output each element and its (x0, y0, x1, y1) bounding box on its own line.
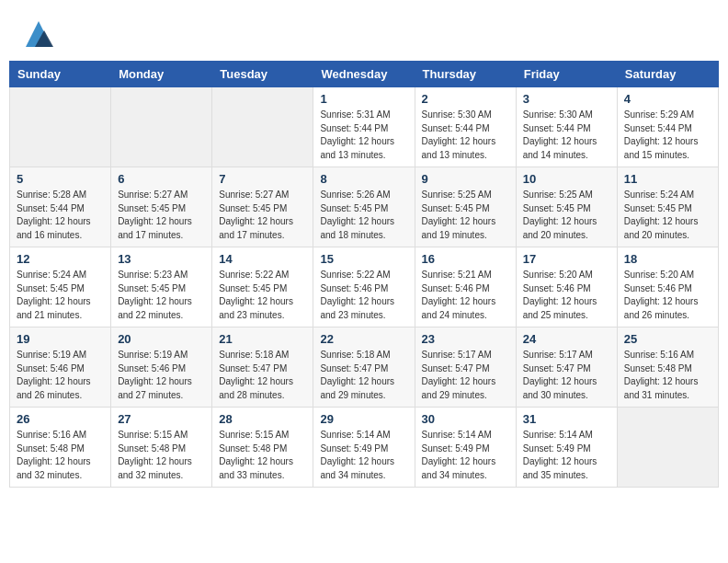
calendar-cell: 20Sunrise: 5:19 AM Sunset: 5:46 PM Dayli… (111, 327, 212, 408)
day-number: 16 (422, 252, 509, 266)
day-info: Sunrise: 5:30 AM Sunset: 5:44 PM Dayligh… (523, 109, 610, 162)
calendar-cell: 3Sunrise: 5:30 AM Sunset: 5:44 PM Daylig… (516, 87, 617, 167)
weekday-header-thursday: Thursday (415, 62, 516, 87)
calendar-cell: 2Sunrise: 5:30 AM Sunset: 5:44 PM Daylig… (415, 87, 516, 167)
day-info: Sunrise: 5:19 AM Sunset: 5:46 PM Dayligh… (17, 349, 104, 402)
day-info: Sunrise: 5:16 AM Sunset: 5:48 PM Dayligh… (17, 429, 104, 482)
day-info: Sunrise: 5:15 AM Sunset: 5:48 PM Dayligh… (118, 429, 205, 482)
calendar-week-row: 5Sunrise: 5:28 AM Sunset: 5:44 PM Daylig… (10, 167, 719, 247)
day-number: 31 (523, 412, 610, 426)
day-number: 2 (422, 92, 509, 106)
day-number: 4 (624, 92, 711, 106)
weekday-header-monday: Monday (111, 62, 212, 87)
day-info: Sunrise: 5:18 AM Sunset: 5:47 PM Dayligh… (219, 349, 306, 402)
day-number: 29 (320, 412, 407, 426)
calendar-cell: 7Sunrise: 5:27 AM Sunset: 5:45 PM Daylig… (212, 167, 313, 247)
page-header (9, 9, 719, 52)
weekday-header-row: SundayMondayTuesdayWednesdayThursdayFrid… (10, 62, 719, 87)
calendar-cell (10, 87, 111, 167)
logo-icon (18, 14, 59, 47)
day-info: Sunrise: 5:18 AM Sunset: 5:47 PM Dayligh… (320, 349, 407, 402)
calendar-cell: 27Sunrise: 5:15 AM Sunset: 5:48 PM Dayli… (111, 408, 212, 488)
day-info: Sunrise: 5:14 AM Sunset: 5:49 PM Dayligh… (320, 429, 407, 482)
calendar-cell: 30Sunrise: 5:14 AM Sunset: 5:49 PM Dayli… (415, 408, 516, 488)
calendar-cell: 11Sunrise: 5:24 AM Sunset: 5:45 PM Dayli… (617, 167, 718, 247)
day-number: 30 (422, 412, 509, 426)
weekday-header-saturday: Saturday (617, 62, 718, 87)
day-number: 8 (320, 172, 407, 186)
day-info: Sunrise: 5:17 AM Sunset: 5:47 PM Dayligh… (523, 349, 610, 402)
calendar-cell: 6Sunrise: 5:27 AM Sunset: 5:45 PM Daylig… (111, 167, 212, 247)
calendar-cell: 31Sunrise: 5:14 AM Sunset: 5:49 PM Dayli… (516, 408, 617, 488)
day-info: Sunrise: 5:21 AM Sunset: 5:46 PM Dayligh… (422, 269, 509, 322)
calendar-cell: 9Sunrise: 5:25 AM Sunset: 5:45 PM Daylig… (415, 167, 516, 247)
day-info: Sunrise: 5:22 AM Sunset: 5:46 PM Dayligh… (320, 269, 407, 322)
day-info: Sunrise: 5:17 AM Sunset: 5:47 PM Dayligh… (422, 349, 509, 402)
calendar-cell: 24Sunrise: 5:17 AM Sunset: 5:47 PM Dayli… (516, 327, 617, 408)
day-number: 22 (320, 332, 407, 346)
calendar-cell: 15Sunrise: 5:22 AM Sunset: 5:46 PM Dayli… (313, 247, 415, 327)
day-info: Sunrise: 5:26 AM Sunset: 5:45 PM Dayligh… (320, 189, 407, 242)
calendar-cell (212, 87, 313, 167)
calendar-cell: 10Sunrise: 5:25 AM Sunset: 5:45 PM Dayli… (516, 167, 617, 247)
day-number: 23 (422, 332, 509, 346)
day-number: 7 (219, 172, 306, 186)
calendar-cell: 19Sunrise: 5:19 AM Sunset: 5:46 PM Dayli… (10, 327, 111, 408)
calendar-cell: 5Sunrise: 5:28 AM Sunset: 5:44 PM Daylig… (10, 167, 111, 247)
calendar-week-row: 19Sunrise: 5:19 AM Sunset: 5:46 PM Dayli… (10, 327, 719, 408)
day-number: 11 (624, 172, 711, 186)
logo (18, 14, 66, 47)
calendar-cell: 29Sunrise: 5:14 AM Sunset: 5:49 PM Dayli… (313, 408, 415, 488)
day-info: Sunrise: 5:30 AM Sunset: 5:44 PM Dayligh… (422, 109, 509, 162)
calendar-cell: 4Sunrise: 5:29 AM Sunset: 5:44 PM Daylig… (617, 87, 718, 167)
weekday-header-tuesday: Tuesday (212, 62, 313, 87)
day-number: 5 (17, 172, 104, 186)
day-number: 1 (320, 92, 407, 106)
day-number: 20 (118, 332, 205, 346)
day-number: 27 (118, 412, 205, 426)
day-info: Sunrise: 5:25 AM Sunset: 5:45 PM Dayligh… (523, 189, 610, 242)
day-info: Sunrise: 5:31 AM Sunset: 5:44 PM Dayligh… (320, 109, 407, 162)
calendar-week-row: 12Sunrise: 5:24 AM Sunset: 5:45 PM Dayli… (10, 247, 719, 327)
day-number: 18 (624, 252, 711, 266)
weekday-header-friday: Friday (516, 62, 617, 87)
day-number: 3 (523, 92, 610, 106)
calendar-cell: 12Sunrise: 5:24 AM Sunset: 5:45 PM Dayli… (10, 247, 111, 327)
day-number: 6 (118, 172, 205, 186)
calendar-cell: 25Sunrise: 5:16 AM Sunset: 5:48 PM Dayli… (617, 327, 718, 408)
day-number: 26 (17, 412, 104, 426)
day-number: 15 (320, 252, 407, 266)
day-number: 14 (219, 252, 306, 266)
day-info: Sunrise: 5:28 AM Sunset: 5:44 PM Dayligh… (17, 189, 104, 242)
calendar-cell: 18Sunrise: 5:20 AM Sunset: 5:46 PM Dayli… (617, 247, 718, 327)
calendar-cell (617, 408, 718, 488)
day-info: Sunrise: 5:22 AM Sunset: 5:45 PM Dayligh… (219, 269, 306, 322)
day-info: Sunrise: 5:14 AM Sunset: 5:49 PM Dayligh… (422, 429, 509, 482)
day-info: Sunrise: 5:24 AM Sunset: 5:45 PM Dayligh… (17, 269, 104, 322)
calendar-cell: 13Sunrise: 5:23 AM Sunset: 5:45 PM Dayli… (111, 247, 212, 327)
calendar-cell: 26Sunrise: 5:16 AM Sunset: 5:48 PM Dayli… (10, 408, 111, 488)
calendar-cell: 21Sunrise: 5:18 AM Sunset: 5:47 PM Dayli… (212, 327, 313, 408)
calendar-cell: 1Sunrise: 5:31 AM Sunset: 5:44 PM Daylig… (313, 87, 415, 167)
day-info: Sunrise: 5:19 AM Sunset: 5:46 PM Dayligh… (118, 349, 205, 402)
day-info: Sunrise: 5:27 AM Sunset: 5:45 PM Dayligh… (219, 189, 306, 242)
day-info: Sunrise: 5:16 AM Sunset: 5:48 PM Dayligh… (624, 349, 711, 402)
day-info: Sunrise: 5:29 AM Sunset: 5:44 PM Dayligh… (624, 109, 711, 162)
day-info: Sunrise: 5:20 AM Sunset: 5:46 PM Dayligh… (523, 269, 610, 322)
calendar-cell: 17Sunrise: 5:20 AM Sunset: 5:46 PM Dayli… (516, 247, 617, 327)
day-number: 19 (17, 332, 104, 346)
day-info: Sunrise: 5:14 AM Sunset: 5:49 PM Dayligh… (523, 429, 610, 482)
day-info: Sunrise: 5:25 AM Sunset: 5:45 PM Dayligh… (422, 189, 509, 242)
weekday-header-wednesday: Wednesday (313, 62, 415, 87)
calendar-cell: 22Sunrise: 5:18 AM Sunset: 5:47 PM Dayli… (313, 327, 415, 408)
calendar-cell: 8Sunrise: 5:26 AM Sunset: 5:45 PM Daylig… (313, 167, 415, 247)
calendar-cell: 23Sunrise: 5:17 AM Sunset: 5:47 PM Dayli… (415, 327, 516, 408)
day-number: 10 (523, 172, 610, 186)
day-info: Sunrise: 5:27 AM Sunset: 5:45 PM Dayligh… (118, 189, 205, 242)
calendar-cell: 16Sunrise: 5:21 AM Sunset: 5:46 PM Dayli… (415, 247, 516, 327)
day-number: 9 (422, 172, 509, 186)
day-number: 21 (219, 332, 306, 346)
calendar-week-row: 26Sunrise: 5:16 AM Sunset: 5:48 PM Dayli… (10, 408, 719, 488)
day-info: Sunrise: 5:20 AM Sunset: 5:46 PM Dayligh… (624, 269, 711, 322)
day-number: 13 (118, 252, 205, 266)
